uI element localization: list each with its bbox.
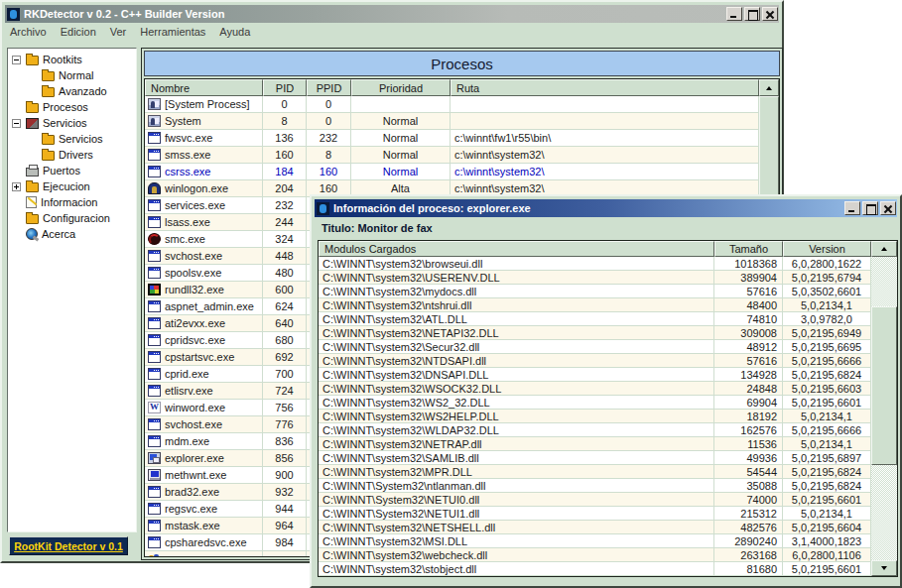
column-header-ruta[interactable]: Ruta bbox=[451, 79, 759, 96]
module-version: 5,0,2195,6695 bbox=[783, 340, 871, 354]
tree-item-ejecucion[interactable]: Ejecucion bbox=[8, 178, 136, 194]
tree-item-servicios[interactable]: Servicios bbox=[8, 131, 136, 147]
process-name-cell: aspnet_admin.exe bbox=[145, 298, 263, 315]
module-path: C:\WINNT\system32\stobject.dll bbox=[319, 562, 714, 576]
app-window-icon bbox=[148, 317, 161, 329]
module-row[interactable]: C:\WINNT\System32\NETUI0.dll740005,0,219… bbox=[319, 493, 897, 507]
module-row[interactable]: C:\WINNT\system32\browseui.dll10183686,0… bbox=[319, 257, 897, 271]
module-row[interactable]: C:\WINNT\system32\ATL.DLL748103,0,9782,0 bbox=[319, 312, 897, 326]
word-icon bbox=[148, 402, 161, 413]
maximize-button[interactable] bbox=[744, 7, 760, 21]
module-row[interactable]: C:\WINNT\system32\SAMLIB.dll499365,0,219… bbox=[319, 451, 897, 465]
tree-item-configuracion[interactable]: Configuracion bbox=[8, 210, 136, 226]
process-row[interactable]: fwsvc.exe136232Normalc:\winnt\fw1\r55\bi… bbox=[145, 130, 779, 147]
module-row[interactable]: C:\WINNT\system32\NTDSAPI.dll576165,0,21… bbox=[319, 354, 897, 368]
process-name: mdm.exe bbox=[165, 435, 209, 447]
info-window-title: Información del proceso: explorer.exe bbox=[333, 202, 531, 214]
process-name: fwsvc.exe bbox=[165, 132, 212, 144]
up-arrow-icon bbox=[766, 83, 772, 90]
close-button[interactable] bbox=[762, 7, 778, 21]
module-version: 5,0,2195,6604 bbox=[783, 521, 871, 534]
process-pid: 448 bbox=[263, 248, 307, 265]
column-header-version[interactable]: Version bbox=[783, 241, 871, 257]
info-titlebar[interactable]: Información del proceso: explorer.exe bbox=[315, 199, 897, 217]
scroll-down-button[interactable] bbox=[871, 560, 897, 576]
modules-table: Modulos CargadosTamañoVersion C:\WINNT\s… bbox=[318, 240, 898, 577]
process-row[interactable]: csrss.exe184160Normalc:\winnt\system32\ bbox=[145, 164, 779, 180]
minimize-button[interactable] bbox=[844, 201, 860, 215]
module-row[interactable]: C:\WINNT\system32\NETRAP.dll115365,0,213… bbox=[319, 437, 897, 451]
module-row[interactable]: C:\WINNT\system32\stobject.dll816805,0,2… bbox=[319, 562, 897, 576]
module-row[interactable]: C:\WINNT\System32\NETUI1.dll2153125,0,21… bbox=[319, 507, 897, 521]
tree-item-rootkits[interactable]: Rootkits bbox=[8, 52, 136, 67]
process-pid: 244 bbox=[263, 214, 307, 231]
process-name-cell: cprid.exe bbox=[145, 366, 263, 383]
tree-item-normal[interactable]: Normal bbox=[8, 67, 136, 83]
module-version: 6,0,2800,1622 bbox=[783, 257, 871, 271]
column-header-tama-o[interactable]: Tamaño bbox=[714, 241, 783, 257]
process-name-cell: smc.exe bbox=[145, 231, 263, 248]
module-row[interactable]: C:\WINNT\system32\ntshrui.dll484005,0,21… bbox=[319, 298, 897, 312]
tree-item-label: Servicios bbox=[59, 133, 103, 145]
module-row[interactable]: C:\WINNT\system32\Secur32.dll489125,0,21… bbox=[319, 340, 897, 354]
module-row[interactable]: C:\WINNT\system32\mydocs.dll576165,0,350… bbox=[319, 285, 897, 298]
tree-item-drivers[interactable]: Drivers bbox=[8, 147, 136, 163]
module-version: 5,0,2195,6601 bbox=[783, 562, 871, 576]
app-window-icon bbox=[148, 486, 161, 498]
app-window-icon bbox=[148, 368, 161, 380]
tree-item-puertos[interactable]: Puertos bbox=[8, 163, 136, 178]
module-row[interactable]: C:\WINNT\system32\WSOCK32.DLL248485,0,21… bbox=[319, 382, 897, 396]
menu-item-herramientas[interactable]: Herramientas bbox=[140, 26, 205, 42]
tree-item-avanzado[interactable]: Avanzado bbox=[8, 83, 136, 99]
module-row[interactable]: C:\WINNT\system32\USERENV.DLL3899045,0,2… bbox=[319, 271, 897, 285]
minus-box[interactable] bbox=[12, 119, 21, 128]
module-path: C:\WINNT\system32\mydocs.dll bbox=[319, 285, 714, 298]
column-header-modulos-cargados[interactable]: Modulos Cargados bbox=[319, 241, 714, 257]
module-version: 5,0,2195,6897 bbox=[783, 451, 871, 465]
tree-item-servicios[interactable]: Servicios bbox=[8, 115, 136, 131]
menu-item-ver[interactable]: Ver bbox=[110, 26, 127, 42]
menu-item-edicion[interactable]: Edicion bbox=[61, 26, 96, 42]
process-name: cpsharedsvc.exe bbox=[165, 536, 247, 548]
minus-box[interactable] bbox=[12, 56, 21, 64]
scroll-up-button[interactable] bbox=[871, 241, 897, 257]
module-row[interactable]: C:\WINNT\system32\NETAPI32.DLL3090085,0,… bbox=[319, 326, 897, 340]
module-path: C:\WINNT\system32\SAMLIB.dll bbox=[319, 451, 714, 465]
module-row[interactable]: C:\WINNT\system32\NETSHELL.dll4825765,0,… bbox=[319, 521, 897, 534]
users-icon bbox=[148, 553, 161, 557]
scroll-up-button[interactable] bbox=[759, 79, 779, 96]
process-row[interactable]: [System Process]00 bbox=[145, 96, 779, 113]
process-row[interactable]: System80Normal bbox=[145, 113, 779, 130]
menu-item-archivo[interactable]: Archivo bbox=[10, 26, 47, 42]
maximize-button[interactable] bbox=[862, 201, 878, 215]
main-titlebar[interactable]: RKDetector v 0.2 - C++ Builder Version bbox=[5, 5, 779, 23]
plus-box[interactable] bbox=[12, 182, 21, 191]
tree-item-acerca[interactable]: Acerca bbox=[8, 226, 136, 242]
column-header-prioridad[interactable]: Prioridad bbox=[351, 79, 451, 96]
minimize-button[interactable] bbox=[726, 7, 742, 21]
module-row[interactable]: C:\WINNT\system32\webcheck.dll2631686,0,… bbox=[319, 548, 897, 562]
module-row[interactable]: C:\WINNT\system32\DNSAPI.DLL1349285,0,21… bbox=[319, 368, 897, 382]
tree-item-informacion[interactable]: Informacion bbox=[8, 194, 136, 210]
scroll-thumb[interactable] bbox=[871, 306, 897, 465]
module-row[interactable]: C:\WINNT\system32\WLDAP32.DLL1625765,0,2… bbox=[319, 423, 897, 437]
process-row[interactable]: smss.exe1608Normalc:\winnt\system32\ bbox=[145, 147, 779, 164]
close-button[interactable] bbox=[880, 201, 896, 215]
tree-item-procesos[interactable]: Procesos bbox=[8, 99, 136, 115]
column-header-pid[interactable]: PID bbox=[263, 79, 307, 96]
process-pid: 836 bbox=[263, 433, 307, 450]
module-row[interactable]: C:\WINNT\system32\MPR.DLL545445,0,2195,6… bbox=[319, 465, 897, 479]
column-header-ppid[interactable]: PPID bbox=[307, 79, 351, 96]
process-pid: 756 bbox=[263, 400, 307, 416]
modules-table-scrollbar[interactable] bbox=[871, 241, 897, 576]
module-row[interactable]: C:\WINNT\system32\MSI.DLL28902403,1,4000… bbox=[319, 534, 897, 548]
process-name: System bbox=[165, 115, 201, 127]
column-header-nombre[interactable]: Nombre bbox=[145, 79, 263, 96]
process-pid: 964 bbox=[263, 518, 307, 534]
menu-item-ayuda[interactable]: Ayuda bbox=[219, 26, 250, 42]
module-row[interactable]: C:\WINNT\System32\ntlanman.dll350885,0,2… bbox=[319, 479, 897, 493]
process-pid: 600 bbox=[263, 282, 307, 298]
module-row[interactable]: C:\WINNT\system32\WS2HELP.DLL181925,0,21… bbox=[319, 410, 897, 423]
process-ppid: 8 bbox=[307, 147, 351, 164]
module-row[interactable]: C:\WINNT\system32\WS2_32.DLL699045,0,219… bbox=[319, 396, 897, 410]
